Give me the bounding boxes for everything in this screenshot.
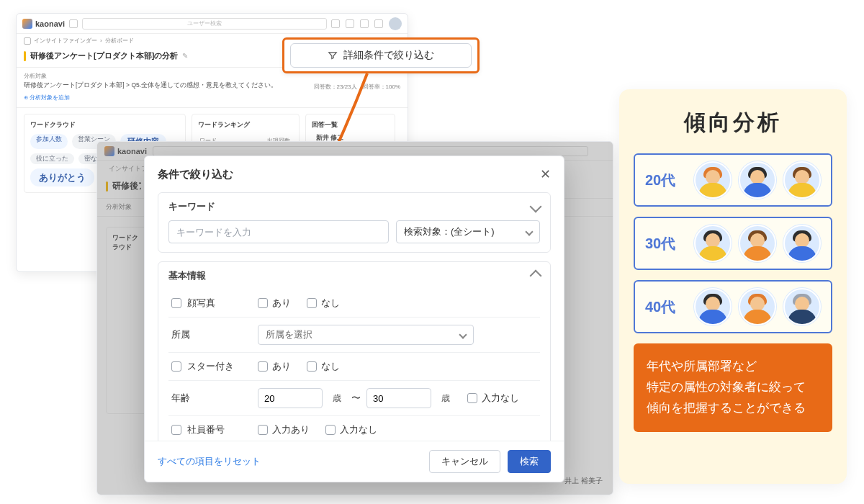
basic-info-panel: 基本情報 顔写真 あり なし	[158, 261, 551, 441]
apps-icon[interactable]	[69, 19, 78, 28]
persona-avatar	[739, 288, 776, 325]
dept-label: 所属	[171, 328, 190, 341]
trend-description: 年代や所属部署など 特定の属性の対象者に絞って 傾向を把握することができる	[634, 343, 832, 432]
age-from-input[interactable]	[258, 388, 323, 408]
tool-icon	[24, 37, 31, 45]
wc-tag[interactable]: 役に立った	[30, 153, 74, 164]
avatar-group	[694, 225, 821, 262]
wc-tag[interactable]: 参加人数	[30, 134, 68, 149]
star-yes-checkbox[interactable]	[258, 361, 268, 372]
star-no-checkbox[interactable]	[307, 361, 317, 372]
age-label: 30代	[645, 234, 685, 253]
brand-name: kaonavi	[35, 19, 65, 28]
search-icon[interactable]	[331, 19, 340, 28]
breadcrumb-page[interactable]: 分析ボード	[105, 37, 134, 45]
modal-footer: すべての項目をリセット キャンセル 検索	[145, 441, 564, 482]
persona-avatar	[694, 288, 732, 325]
persona-avatar	[694, 161, 732, 199]
analysis-target-block: 分析対象 研修後アンケート[プロダクト本部] > Q5.全体を通しての感想・意見…	[17, 68, 408, 108]
persona-avatar	[783, 225, 821, 262]
star-field-checkbox[interactable]	[171, 361, 181, 372]
persona-avatar	[739, 161, 776, 199]
basic-info-header[interactable]: 基本情報	[158, 262, 550, 289]
persona-avatar	[783, 288, 821, 325]
search-button[interactable]: 検索	[508, 450, 551, 473]
age-to-input[interactable]	[366, 388, 431, 408]
keyword-section-label: キーワード	[168, 200, 215, 213]
add-target-link[interactable]: ⊕ 分析対象を追加	[24, 94, 70, 102]
modal-body: キーワード 検索対象：(全シート) 基本情報	[145, 192, 564, 441]
cancel-button[interactable]: キャンセル	[429, 450, 500, 473]
export-icon[interactable]	[346, 19, 354, 28]
user-avatar[interactable]	[389, 17, 402, 30]
brand-mark-icon	[22, 19, 32, 29]
persona-avatar	[783, 161, 821, 199]
modal-title: 条件で絞り込む	[158, 168, 233, 181]
empno-label: 社員番号	[187, 423, 225, 436]
age-group-row-30: 30代	[634, 217, 832, 270]
photo-label: 顔写真	[187, 297, 215, 310]
empno-no-checkbox[interactable]	[325, 425, 336, 435]
title-accent	[24, 51, 26, 61]
keyword-panel-body: 検索対象：(全シート)	[158, 220, 550, 252]
chevron-up-icon	[530, 270, 542, 282]
close-icon[interactable]: ✕	[540, 166, 551, 182]
edit-title-icon[interactable]: ✎	[182, 52, 188, 60]
empno-yes-checkbox[interactable]	[258, 425, 268, 435]
age-label: 40代	[645, 297, 685, 317]
persona-avatar	[739, 225, 776, 262]
keyword-input[interactable]	[168, 220, 389, 243]
filter-callout-highlight: 詳細条件で絞り込む	[282, 37, 480, 73]
brand-logo: kaonavi	[22, 19, 65, 29]
trend-analysis-card: 傾向分析 20代 30代 40代 年代や所属部署など 特定の属性の対象者に絞って…	[619, 89, 847, 484]
star-label: スター付き	[187, 360, 234, 373]
empno-field-checkbox[interactable]	[171, 425, 181, 435]
chevron-down-icon	[459, 330, 467, 338]
persona-avatar	[694, 225, 732, 262]
notification-icon[interactable]	[374, 19, 383, 28]
chevron-down-icon	[525, 228, 533, 235]
photo-yes-checkbox[interactable]	[258, 298, 268, 308]
wordcloud-title: ワードクラウド	[30, 120, 179, 130]
photo-field-checkbox[interactable]	[171, 298, 181, 308]
age-group-row-40: 40代	[634, 280, 832, 333]
photo-no-checkbox[interactable]	[307, 298, 317, 308]
breadcrumb-tool[interactable]: インサイトファインダー	[34, 37, 97, 45]
age-label: 年齢	[171, 392, 190, 405]
keyword-scope-value: 検索対象：(全シート)	[404, 225, 495, 238]
global-search-input[interactable]: ユーザー検索	[82, 18, 327, 30]
wc-tag[interactable]: ありがとう	[30, 168, 94, 186]
avatar-group	[694, 288, 821, 325]
modal-header: 条件で絞り込む ✕	[145, 156, 564, 192]
funnel-icon	[328, 50, 338, 60]
avatar-group	[694, 161, 821, 199]
keyword-scope-select[interactable]: 検索対象：(全シート)	[396, 220, 540, 243]
chevron-down-icon	[530, 201, 542, 213]
topbar-actions	[331, 17, 402, 30]
page-title: 研修後アンケート[プロダクト本部]の分析	[30, 50, 178, 61]
basic-section-label: 基本情報	[168, 269, 206, 282]
dept-select[interactable]: 所属を選択	[258, 325, 474, 345]
age-group-row-20: 20代	[634, 153, 832, 207]
age-none-checkbox[interactable]	[467, 393, 477, 403]
trend-title: 傾向分析	[634, 108, 832, 138]
dept-placeholder: 所属を選択	[266, 328, 312, 341]
basic-info-form: 顔写真 あり なし 所属	[168, 289, 540, 441]
keyword-panel: キーワード 検索対象：(全シート)	[158, 192, 551, 253]
answers-title: 回答一覧	[312, 120, 389, 130]
topbar: kaonavi ユーザー検索	[17, 14, 408, 34]
wordranking-title: ワードランキング	[198, 120, 293, 130]
reset-link[interactable]: すべての項目をリセット	[158, 455, 261, 468]
filter-button-label: 詳細条件で絞り込む	[343, 49, 434, 62]
keyword-panel-header[interactable]: キーワード	[158, 193, 550, 220]
filter-modal: 条件で絞り込む ✕ キーワード 検索対象：(全シート)	[144, 156, 564, 482]
filter-button[interactable]: 詳細条件で絞り込む	[290, 43, 472, 68]
age-label: 20代	[645, 171, 685, 190]
pin-icon[interactable]	[360, 19, 369, 28]
